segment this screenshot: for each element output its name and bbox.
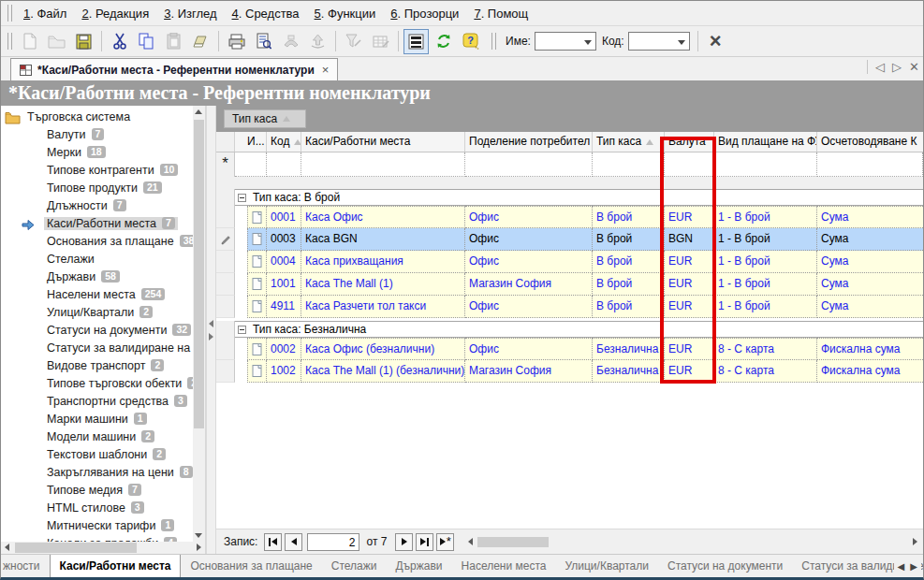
tree-item[interactable]: Модели машини2 — [1, 428, 193, 446]
cell-payment[interactable]: 1 - В брой — [714, 273, 817, 296]
document-tab[interactable]: *Каси/Работни места - Референтни номенкл… — [10, 58, 338, 80]
row-document-icon-cell[interactable] — [247, 360, 267, 383]
cell-accounting[interactable]: Сума — [817, 273, 923, 296]
print-preview-icon[interactable] — [251, 29, 276, 54]
tree-item[interactable]: Стелажи — [1, 251, 193, 268]
menu-item-6[interactable]: 6. Прозорци — [383, 3, 466, 24]
cell-type[interactable]: Безналична — [593, 338, 665, 360]
tree-item[interactable]: Мерки18 — [1, 144, 193, 162]
tab-next-icon[interactable]: ▷ — [892, 60, 902, 74]
row-document-icon-cell[interactable] — [247, 206, 267, 228]
new-record-cell[interactable] — [465, 152, 593, 177]
column-header-4[interactable]: Поделение потребител — [465, 132, 593, 152]
name-filter-combo[interactable] — [535, 32, 596, 51]
row-document-icon-cell[interactable] — [247, 228, 267, 251]
cell-code[interactable]: 0002 — [267, 338, 301, 360]
new-record-button[interactable]: * — [436, 533, 454, 551]
tree-item[interactable]: Текстови шаблони2 — [1, 446, 193, 464]
cell-type[interactable]: В брой — [593, 251, 665, 273]
collapse-group-icon[interactable] — [238, 194, 246, 202]
cell-division[interactable]: Офис — [465, 296, 593, 318]
table-row[interactable]: 0002Каса Офис (безналични)ОфисБезналична… — [216, 338, 923, 360]
cell-code[interactable]: 4911 — [267, 296, 301, 318]
tab-next-icon[interactable]: ▶ — [910, 561, 917, 572]
menu-item-5[interactable]: 5. Функции — [307, 3, 384, 24]
sidebar-vertical-scrollbar[interactable] — [193, 106, 205, 542]
bottom-tab-7[interactable]: Улици/Квартали — [555, 555, 658, 577]
tree-item[interactable]: Длъжности7 — [1, 197, 193, 215]
first-record-button[interactable] — [264, 533, 282, 551]
cell-currency[interactable]: BGN — [665, 228, 714, 251]
layout-view-icon[interactable] — [403, 29, 429, 54]
new-record-cell[interactable] — [593, 152, 665, 177]
scroll-left-icon[interactable] — [5, 544, 9, 551]
bottom-tab-4[interactable]: Стелажи — [322, 555, 387, 577]
cell-payment[interactable]: 1 - В брой — [714, 296, 817, 318]
tree-item[interactable]: Видове транспорт2 — [1, 357, 193, 375]
menu-item-1[interactable]: 1. Файл — [16, 3, 74, 24]
tree-item[interactable]: Държави58 — [1, 268, 193, 286]
scroll-down-icon[interactable] — [195, 533, 202, 538]
tree-item[interactable]: Улици/Квартали2 — [1, 304, 193, 322]
new-record-row[interactable]: * — [216, 152, 923, 177]
tree-item[interactable]: Населени места254 — [1, 286, 193, 304]
cell-accounting[interactable]: Сума — [817, 251, 923, 273]
column-header-2[interactable]: Код — [267, 132, 301, 152]
scrollbar-thumb[interactable] — [15, 543, 137, 553]
cell-type[interactable]: В брой — [593, 228, 665, 251]
cell-name[interactable]: Каса Офис — [301, 206, 465, 228]
cell-name[interactable]: Каса прихващания — [301, 251, 465, 273]
menu-item-2[interactable]: 2. Редакция — [74, 3, 156, 24]
bottom-tab-5[interactable]: Държави — [386, 555, 451, 577]
cell-code[interactable]: 0003 — [267, 228, 301, 251]
tree-item[interactable]: Типове продукти21 — [1, 180, 193, 197]
cell-currency[interactable]: EUR — [665, 360, 714, 383]
tree-item[interactable]: Транспортни средства3 — [1, 393, 193, 411]
cell-name[interactable]: Каса The Mall (1) — [301, 273, 465, 296]
cell-division[interactable]: Офис — [465, 206, 593, 228]
cell-code[interactable]: 0004 — [267, 251, 301, 273]
cell-name[interactable]: Каса The Mall (1) (безналични) — [301, 360, 465, 383]
cell-name[interactable]: Каса Разчети тол такси — [301, 296, 465, 318]
cell-payment[interactable]: 1 - В брой — [714, 206, 817, 228]
sidebar-horizontal-scrollbar[interactable] — [1, 542, 205, 554]
save-icon[interactable] — [71, 29, 96, 54]
cell-currency[interactable]: EUR — [665, 251, 714, 273]
filter-edit-icon[interactable] — [341, 29, 366, 54]
toolbar-grip[interactable] — [7, 33, 12, 50]
toolbar-grip[interactable] — [491, 33, 496, 50]
cell-type[interactable]: В брой — [593, 206, 665, 228]
eraser-icon[interactable] — [188, 29, 213, 54]
last-record-button[interactable] — [416, 533, 433, 551]
toolbar-grip[interactable] — [7, 5, 12, 22]
cell-division[interactable]: Офис — [465, 338, 593, 360]
cell-payment[interactable]: 8 - С карта — [714, 338, 817, 360]
table-edit-icon[interactable] — [368, 29, 393, 54]
table-row[interactable]: 0004Каса прихващанияОфисВ бройEUR1 - В б… — [216, 251, 923, 273]
cell-accounting[interactable]: Сума — [817, 296, 923, 318]
refresh-icon[interactable] — [431, 29, 456, 54]
scrollbar-thumb[interactable] — [194, 120, 204, 428]
next-record-button[interactable] — [395, 533, 413, 551]
cell-accounting[interactable]: Сума — [817, 228, 923, 251]
new-record-cell[interactable] — [235, 152, 267, 177]
group-header-row[interactable]: Тип каса: В брой — [216, 189, 923, 206]
cell-code[interactable]: 0001 — [267, 206, 301, 228]
cell-division[interactable]: Офис — [465, 228, 593, 251]
column-header-7[interactable]: Вид плащане на ФУ — [714, 132, 817, 152]
tree-item[interactable]: HTML стилове3 — [1, 500, 193, 517]
tab-prev-icon[interactable]: ◀ — [898, 561, 905, 572]
close-tab-icon[interactable]: × — [322, 63, 330, 77]
cell-payment[interactable]: 1 - В брой — [714, 251, 817, 273]
cell-accounting[interactable]: Сума — [817, 206, 923, 228]
new-record-cell[interactable] — [817, 152, 923, 177]
column-header-3[interactable]: Каси/Работни места — [301, 132, 465, 152]
row-document-icon-cell[interactable] — [247, 273, 267, 296]
table-row[interactable]: 1002Каса The Mall (1) (безналични)Магази… — [216, 360, 923, 383]
copy-icon[interactable] — [134, 29, 159, 54]
table-row[interactable]: 1001Каса The Mall (1)Магазин СофияВ брой… — [216, 273, 923, 296]
tab-prev-icon[interactable]: ◁ — [875, 60, 885, 74]
clear-filter-icon[interactable]: × — [702, 31, 729, 51]
column-header-1[interactable]: И... — [235, 132, 267, 152]
bottom-tab-3[interactable]: Основания за плащане — [181, 555, 321, 577]
